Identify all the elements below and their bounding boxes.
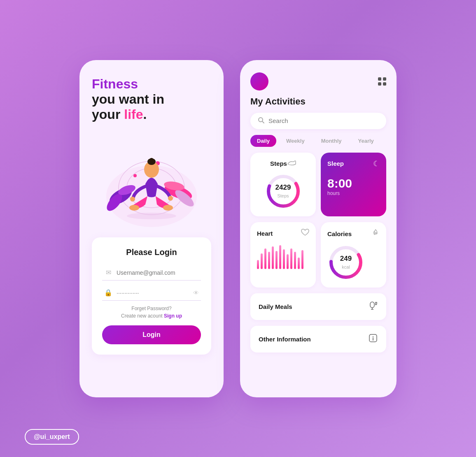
- svg-point-18: [127, 213, 176, 219]
- grid-dot: [378, 82, 381, 86]
- other-info-card[interactable]: Other Information: [250, 326, 386, 353]
- svg-point-17: [163, 205, 173, 211]
- grid-dot: [378, 77, 381, 81]
- sleep-card: Sleep ☾ 8:00 hours: [321, 153, 386, 216]
- search-input[interactable]: [268, 117, 379, 124]
- create-account-text: Create new acount Sign up: [102, 313, 201, 319]
- hb-bar: [261, 253, 263, 269]
- tab-daily[interactable]: Daily: [250, 135, 276, 147]
- hb-bar: [287, 254, 289, 269]
- calories-donut: 249 kcal: [327, 244, 364, 281]
- hb-bar: [268, 252, 270, 269]
- password-field[interactable]: [117, 290, 189, 296]
- email-input-row: ✉: [102, 265, 201, 281]
- sleep-hours: 8:00: [327, 176, 380, 190]
- svg-rect-25: [370, 302, 374, 308]
- tab-weekly[interactable]: Weekly: [280, 135, 311, 147]
- email-icon: ✉: [104, 269, 112, 277]
- other-info-title: Other Information: [259, 336, 311, 343]
- forgot-password-text: Forget Password?: [102, 306, 201, 311]
- steps-title: Steps: [270, 160, 287, 167]
- hb-bar: [264, 248, 266, 269]
- steps-card-header: Steps: [270, 159, 296, 168]
- headline: Fitness you want in your life.: [92, 77, 211, 122]
- svg-point-14: [130, 197, 135, 202]
- steps-label: 2429 Steps: [275, 183, 291, 199]
- daily-meals-card[interactable]: Daily Meals: [250, 293, 386, 320]
- grid-dot: [383, 77, 386, 81]
- steps-donut: 2429 Steps: [265, 173, 302, 210]
- search-icon: [258, 117, 264, 125]
- fitness-text: Fitness: [92, 77, 211, 92]
- bottom-cards-row: Heart: [250, 222, 386, 288]
- fire-icon: [371, 229, 380, 239]
- sleep-title: Sleep: [327, 160, 344, 167]
- heart-card: Heart: [250, 222, 316, 288]
- svg-point-10: [133, 174, 137, 177]
- moon-icon: ☾: [373, 159, 380, 168]
- calories-card: Calories: [321, 222, 386, 288]
- sleep-card-header: Sleep ☾: [327, 159, 380, 168]
- hb-bar: [298, 257, 300, 269]
- eye-icon[interactable]: 👁: [193, 290, 199, 296]
- tabs-row: Daily Weekly Monthly Yearly: [250, 135, 386, 147]
- calories-card-header: Calories: [327, 229, 380, 239]
- hb-bar: [279, 245, 281, 269]
- hb-bar: [257, 260, 259, 269]
- calories-label: 249 kcal: [340, 255, 352, 270]
- heartbeat-visualization: [257, 246, 309, 269]
- tab-monthly[interactable]: Monthly: [315, 135, 348, 147]
- login-box: Please Login ✉ 🔒 👁 Forget Password? Crea…: [92, 237, 211, 355]
- steps-card: Steps: [250, 153, 316, 216]
- search-bar[interactable]: [250, 113, 386, 129]
- life-text: life: [124, 107, 143, 122]
- avatar[interactable]: [250, 72, 268, 90]
- info-icon: [368, 333, 378, 345]
- phone-header: [250, 72, 386, 90]
- hb-bar: [275, 251, 278, 269]
- phone-right: My Activities Daily Weekly Monthly Yearl…: [240, 60, 397, 397]
- sleep-unit: hours: [327, 190, 380, 196]
- phone-left: Fitness you want in your life.: [79, 60, 224, 397]
- hb-bar: [272, 246, 274, 269]
- svg-point-15: [168, 196, 173, 201]
- svg-point-16: [129, 205, 139, 211]
- top-cards-row: Steps: [250, 153, 386, 216]
- grid-dot: [383, 82, 386, 86]
- svg-point-29: [373, 336, 373, 337]
- yoga-illustration: [98, 130, 205, 229]
- tab-yearly[interactable]: Yearly: [351, 135, 380, 147]
- main-container: Fitness you want in your life.: [79, 60, 397, 397]
- daily-meals-title: Daily Meals: [259, 303, 292, 310]
- page-title: My Activities: [250, 96, 386, 107]
- shoe-icon: [287, 159, 296, 168]
- calories-title: Calories: [327, 230, 352, 237]
- meals-icon: [368, 301, 378, 313]
- lock-icon: 🔒: [104, 289, 112, 297]
- grid-menu-icon[interactable]: [378, 77, 386, 86]
- hb-bar: [294, 252, 296, 269]
- heart-icon: [301, 229, 309, 238]
- watermark: @ui_uxpert: [25, 429, 79, 445]
- hb-bar: [290, 248, 292, 269]
- login-title: Please Login: [102, 248, 201, 257]
- heart-card-header: Heart: [257, 229, 309, 238]
- svg-line-20: [262, 121, 264, 123]
- svg-point-13: [149, 158, 154, 162]
- line2-text: you want in: [92, 92, 211, 107]
- line3-text: your life.: [92, 107, 211, 122]
- signup-link[interactable]: Sign up: [164, 313, 182, 319]
- password-input-row: 🔒 👁: [102, 285, 201, 301]
- hb-bar: [301, 250, 303, 269]
- email-field[interactable]: [117, 269, 199, 276]
- login-button[interactable]: Login: [102, 325, 201, 344]
- heart-title: Heart: [257, 230, 273, 237]
- hb-bar: [283, 249, 285, 269]
